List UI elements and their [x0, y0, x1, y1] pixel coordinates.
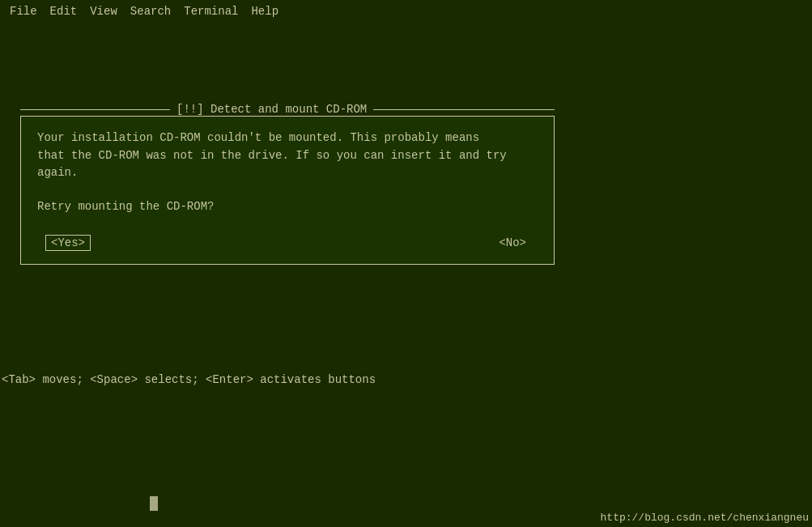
footer-url: http://blog.csdn.net/chenxiangneu — [601, 512, 809, 524]
yes-button[interactable]: <Yes> — [45, 235, 91, 251]
menu-search[interactable]: Search — [124, 3, 177, 19]
menu-view[interactable]: View — [83, 3, 124, 19]
dialog-title-row: [!!] Detect and mount CD-ROM — [20, 103, 555, 116]
cursor — [150, 496, 158, 511]
menu-edit[interactable]: Edit — [44, 3, 84, 19]
dialog-buttons: <Yes> <No> — [37, 235, 538, 251]
menubar: File Edit View Search Terminal Help — [0, 0, 812, 22]
dialog-title: [!!] Detect and mount CD-ROM — [173, 103, 370, 116]
dialog-question: Retry mounting the CD-ROM? — [37, 198, 538, 215]
status-bar: <Tab> moves; <Space> selects; <Enter> ac… — [0, 370, 377, 389]
menu-file[interactable]: File — [3, 3, 44, 19]
dialog-outer: [!!] Detect and mount CD-ROM Your instal… — [20, 103, 555, 265]
dialog-body: Your installation CD-ROM couldn't be mou… — [20, 116, 555, 265]
dialog-message: Your installation CD-ROM couldn't be mou… — [37, 130, 538, 182]
status-text: <Tab> moves; <Space> selects; <Enter> ac… — [2, 373, 376, 386]
terminal-area: [!!] Detect and mount CD-ROM Your instal… — [0, 22, 812, 527]
no-button[interactable]: <No> — [495, 236, 529, 250]
menu-terminal[interactable]: Terminal — [177, 3, 244, 19]
title-line-right — [373, 109, 555, 110]
menu-help[interactable]: Help — [244, 3, 285, 19]
title-line-left — [20, 109, 170, 110]
